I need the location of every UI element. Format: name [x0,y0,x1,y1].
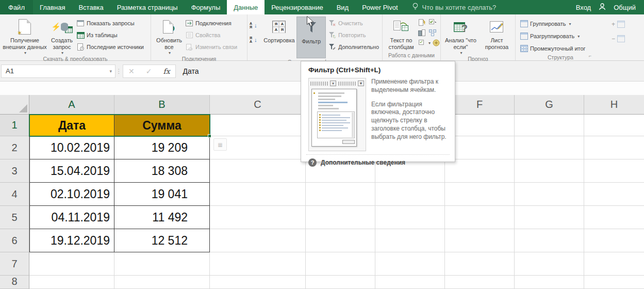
cell[interactable] [210,252,306,276]
cell[interactable] [445,276,515,289]
column-header-b[interactable]: B [114,95,210,115]
from-table-button[interactable]: Из таблицы [76,30,148,40]
cell[interactable] [445,115,515,136]
what-if-analysis-button[interactable]: ? Анализ "что если"▾ [443,16,478,55]
tab-home[interactable]: Главная [33,0,72,14]
row-header-7[interactable]: 7 [0,252,29,276]
cell[interactable] [445,159,515,183]
row-header-8[interactable]: 8 [0,276,29,289]
tab-formulas[interactable]: Формулы [185,0,227,14]
recent-sources-button[interactable]: Последние источники [76,42,148,52]
tab-power-pivot[interactable]: Power Pivot [355,0,404,14]
cell[interactable] [306,276,375,289]
column-header-c[interactable]: C [210,95,306,115]
cell[interactable] [445,252,515,276]
tab-page-layout[interactable]: Разметка страницы [110,0,185,14]
cell-a5[interactable]: 04.11.2019 [29,206,114,229]
sort-dialog-button[interactable]: ЯААЯ Сортировка [261,16,296,44]
sign-in-link[interactable]: Вход [576,4,591,11]
cell[interactable] [375,206,445,229]
tab-file[interactable]: Файл [0,0,33,14]
flash-fill-icon[interactable] [418,18,426,26]
cell-a3[interactable]: 15.04.2019 [29,159,114,183]
cell[interactable] [210,276,306,289]
name-box[interactable]: A1 ▾ [1,65,115,78]
fill-handle[interactable] [208,134,211,138]
data-validation-icon[interactable] [428,18,437,26]
cell-a2[interactable]: 10.02.2019 [29,136,114,159]
cell[interactable] [584,136,644,159]
cell-a6[interactable]: 19.12.2019 [29,229,114,252]
show-queries-button[interactable]: Показать запросы [76,18,148,28]
cell[interactable] [584,159,644,183]
cell[interactable] [584,183,644,206]
cell[interactable] [210,206,306,229]
cell[interactable] [584,276,644,289]
get-external-data-button[interactable]: ✶ Получение внешних данных▾ [2,16,47,55]
tab-view[interactable]: Вид [330,0,356,14]
column-header-g[interactable]: G [515,95,584,115]
row-header-5[interactable]: 5 [0,206,29,229]
cell[interactable] [375,252,445,276]
cell[interactable] [306,229,375,252]
cell[interactable] [515,183,584,206]
sort-descending-button[interactable]: ЯА↓ [250,35,261,45]
row-header-1[interactable]: 1 [0,115,29,136]
cell[interactable] [445,183,515,206]
formula-bar-splitter[interactable]: ⋮ [115,68,123,75]
row-header-4[interactable]: 4 [0,183,29,206]
quick-analysis-button[interactable]: ▦ [213,138,227,151]
cell[interactable] [445,136,515,159]
advanced-filter-button[interactable]: Дополнительно [328,42,380,52]
cell[interactable] [445,206,515,229]
select-all-corner[interactable] [0,95,29,115]
column-header-h[interactable]: H [584,95,644,115]
column-header-a[interactable]: A [29,95,114,115]
sort-ascending-button[interactable]: АЯ↓ [250,20,261,30]
cell[interactable] [515,136,584,159]
cell-b1[interactable]: Сумма [114,115,210,136]
cell[interactable] [515,159,584,183]
row-header-6[interactable]: 6 [0,229,29,252]
cell[interactable] [210,159,306,183]
cell[interactable] [584,252,644,276]
cell[interactable] [114,252,210,276]
cell[interactable] [445,229,515,252]
tab-review[interactable]: Рецензирование [265,0,329,14]
row-header-2[interactable]: 2 [0,136,29,159]
group-button[interactable]: Группировать▾ [520,19,612,29]
cell-b4[interactable]: 19 041 [114,183,210,206]
remove-duplicates-icon[interactable] [418,28,426,37]
cell[interactable] [584,229,644,252]
cell[interactable] [29,252,114,276]
cell[interactable] [515,206,584,229]
tab-data[interactable]: Данные [227,0,265,14]
dialog-launcher-icon[interactable]: ⌐ [589,54,595,59]
cell[interactable] [306,252,375,276]
cell[interactable] [584,115,644,136]
insert-function-button[interactable]: fx [163,67,170,75]
cell[interactable] [375,229,445,252]
name-box-dropdown-icon[interactable]: ▾ [109,69,112,74]
manage-data-model-icon[interactable] [418,39,426,47]
row-header-3[interactable]: 3 [0,159,29,183]
refresh-all-button[interactable]: ↻ Обновить все▾ [153,16,185,55]
cell[interactable] [375,183,445,206]
subtotal-button[interactable]: Промежуточный итог [520,43,612,54]
new-query-button[interactable]: ⚡ Создать запрос▾ [47,16,76,55]
cell[interactable] [210,229,306,252]
cell[interactable] [306,206,375,229]
cell-a1[interactable]: Дата [29,115,114,136]
cell[interactable] [210,183,306,206]
cell-b3[interactable]: 18 308 [114,159,210,183]
tooltip-more-info-link[interactable]: Дополнительные сведения [321,159,405,166]
cell-a4[interactable]: 02.10.2019 [29,183,114,206]
share-button[interactable]: Общий [614,4,636,11]
tell-me-search[interactable]: Что вы хотите сделать? [412,0,497,14]
connections-button[interactable]: Подключения [185,18,243,28]
tab-insert[interactable]: Вставка [72,0,110,14]
relationships-icon[interactable] [432,39,440,47]
cell[interactable] [584,206,644,229]
cell[interactable] [114,276,210,289]
cell[interactable] [210,115,306,136]
